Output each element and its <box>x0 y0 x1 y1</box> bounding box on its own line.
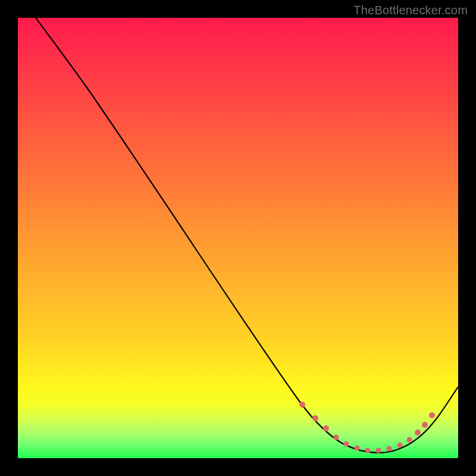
svg-point-2 <box>323 425 329 431</box>
chart-container: TheBottlenecker.com <box>0 0 476 476</box>
svg-point-7 <box>376 448 381 453</box>
svg-point-12 <box>422 422 428 428</box>
chart-svg <box>18 18 458 458</box>
flat-zone-dots <box>299 402 435 453</box>
svg-point-8 <box>387 446 392 452</box>
svg-point-4 <box>344 441 349 447</box>
svg-point-6 <box>365 448 371 453</box>
svg-point-9 <box>397 443 403 448</box>
watermark-text: TheBottlenecker.com <box>353 4 468 17</box>
svg-point-10 <box>407 437 412 443</box>
svg-point-1 <box>312 415 318 421</box>
svg-point-5 <box>355 446 360 451</box>
svg-point-11 <box>415 430 421 436</box>
svg-point-3 <box>334 435 339 440</box>
bottleneck-curve-line <box>36 18 458 453</box>
svg-point-13 <box>429 412 435 418</box>
svg-point-0 <box>299 402 305 408</box>
